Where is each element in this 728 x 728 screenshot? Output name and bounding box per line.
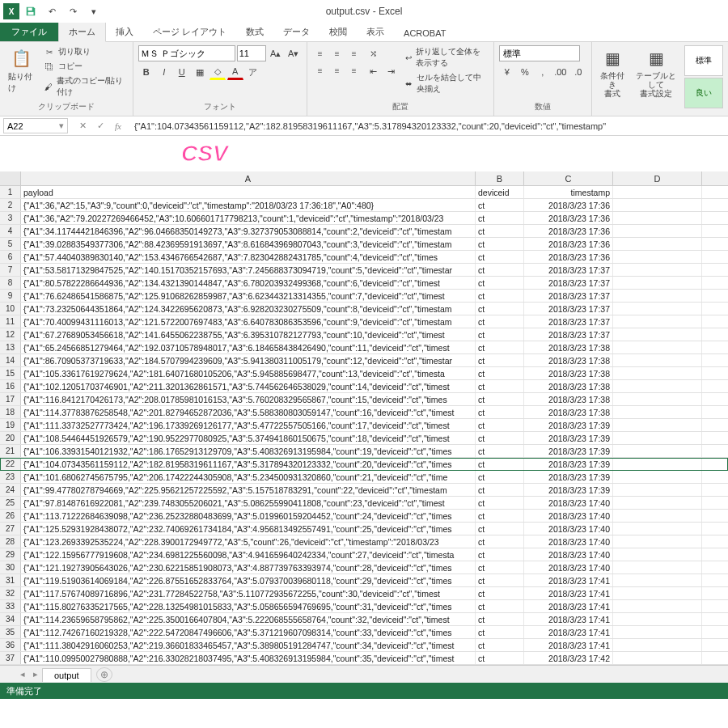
cell[interactable]: ct: [476, 445, 524, 457]
cell[interactable]: ct: [476, 380, 524, 392]
cell[interactable]: {"A1":122.15956777919608,"A2":234.698122…: [21, 548, 476, 561]
add-sheet-button[interactable]: ⊕: [96, 667, 112, 682]
tab-home[interactable]: ホーム: [58, 22, 106, 42]
table-row[interactable]: 23{"A1":101.68062745675795,"A2":206.1742…: [0, 471, 728, 484]
table-row[interactable]: 31{"A1":119.51903614069184,"A2":226.8755…: [0, 574, 728, 587]
table-row[interactable]: 28{"A1":123.2693392535224,"A2":228.39001…: [0, 535, 728, 548]
cancel-formula-button[interactable]: ✕: [74, 121, 91, 131]
format-painter-button[interactable]: 🖌書式のコピー/貼り付け: [42, 74, 128, 99]
cell[interactable]: ct: [476, 199, 524, 211]
align-left-button[interactable]: ≡: [312, 62, 328, 78]
font-name-select[interactable]: [138, 45, 235, 61]
row-header[interactable]: 7: [0, 264, 21, 276]
wrap-text-button[interactable]: ↩折り返して全体を表示する: [403, 45, 489, 70]
row-header[interactable]: 35: [0, 626, 21, 638]
formula-input[interactable]: {"A1":104.07343561159112,"A2":182.819583…: [129, 120, 728, 133]
cell[interactable]: {"A1":106.33931540121932,"A2":186.176529…: [21, 445, 476, 457]
row-header[interactable]: 21: [0, 445, 21, 457]
increase-font-button[interactable]: A▴: [268, 45, 284, 61]
cell[interactable]: ct: [476, 471, 524, 483]
row-header[interactable]: 20: [0, 432, 21, 444]
cell[interactable]: 2018/3/23 17:39: [524, 458, 613, 470]
cell[interactable]: 2018/3/23 17:40: [524, 548, 613, 561]
cell[interactable]: {"A1":119.51903614069184,"A2":226.875516…: [21, 574, 476, 586]
cell[interactable]: {"A1":36,"A2":79.20227269466452,"A3":10.…: [21, 212, 476, 224]
cell[interactable]: ct: [476, 535, 524, 548]
cell[interactable]: {"A1":39.02883549377306,"A2":88.42369591…: [21, 238, 476, 250]
decrease-indent-button[interactable]: ⇤: [366, 63, 382, 79]
cell[interactable]: {"A1":111.38042916060253,"A2":219.366018…: [21, 639, 476, 651]
table-row[interactable]: 22{"A1":104.07343561159112,"A2":182.8195…: [0, 458, 728, 471]
table-row[interactable]: 21{"A1":106.33931540121932,"A2":186.1765…: [0, 445, 728, 458]
cell[interactable]: 2018/3/23 17:40: [524, 510, 613, 522]
cell[interactable]: 2018/3/23 17:37: [524, 303, 613, 315]
cell[interactable]: [613, 484, 702, 496]
row-header[interactable]: 29: [0, 548, 21, 561]
row-header[interactable]: 31: [0, 574, 21, 586]
italic-button[interactable]: I: [156, 64, 172, 80]
cell[interactable]: ct: [476, 393, 524, 405]
row-header[interactable]: 30: [0, 561, 21, 574]
spreadsheet-grid[interactable]: A B C D 1payloaddeviceidtimestamp2{"A1":…: [0, 171, 728, 665]
table-row[interactable]: 36{"A1":111.38042916060253,"A2":219.3660…: [0, 639, 728, 652]
cell[interactable]: {"A1":34.11744421846396,"A2":96.04668350…: [21, 225, 476, 237]
cell[interactable]: [613, 445, 702, 457]
cell-style-normal[interactable]: 標準: [684, 45, 723, 76]
cell[interactable]: {"A1":114.37783876258548,"A2":201.827946…: [21, 406, 476, 418]
cell[interactable]: [613, 367, 702, 379]
table-row[interactable]: 16{"A1":102.12051703746901,"A2":211.3201…: [0, 380, 728, 393]
cell[interactable]: 2018/3/23 17:41: [524, 574, 613, 586]
cell[interactable]: ct: [476, 523, 524, 535]
table-row[interactable]: 30{"A1":121.19273905643026,"A2":230.6221…: [0, 561, 728, 574]
cell[interactable]: [613, 561, 702, 574]
sheet-tab-output[interactable]: output: [42, 668, 91, 682]
merge-center-button[interactable]: ⬌セルを結合して中央揃え: [403, 71, 489, 95]
cell[interactable]: ct: [476, 432, 524, 444]
cell[interactable]: 2018/3/23 17:39: [524, 445, 613, 457]
save-button[interactable]: [21, 2, 40, 21]
cell[interactable]: ct: [476, 510, 524, 522]
cell[interactable]: payload: [21, 186, 476, 198]
table-row[interactable]: 35{"A1":112.74267160219328,"A2":222.5472…: [0, 626, 728, 639]
cell[interactable]: ct: [476, 639, 524, 651]
cell[interactable]: [613, 458, 702, 470]
cell[interactable]: ct: [476, 406, 524, 418]
cell[interactable]: [613, 380, 702, 392]
cell[interactable]: [613, 626, 702, 638]
cell[interactable]: {"A1":110.09950027980888,"A2":216.330282…: [21, 652, 476, 664]
cell[interactable]: [613, 199, 702, 211]
row-header[interactable]: 37: [0, 652, 21, 664]
redo-button[interactable]: ↷: [63, 2, 83, 21]
cell[interactable]: {"A1":102.12051703746901,"A2":211.320136…: [21, 380, 476, 392]
currency-button[interactable]: ¥: [499, 64, 515, 80]
cell[interactable]: {"A1":80.57822286644936,"A2":134.4321390…: [21, 277, 476, 289]
align-bottom-button[interactable]: ≡: [346, 45, 362, 61]
tab-file[interactable]: ファイル: [0, 23, 58, 41]
table-row[interactable]: 1payloaddeviceidtimestamp: [0, 186, 728, 199]
col-header-D[interactable]: D: [613, 171, 702, 185]
table-row[interactable]: 19{"A1":111.33732527773424,"A2":196.1733…: [0, 419, 728, 432]
cell[interactable]: ct: [476, 315, 524, 328]
align-middle-button[interactable]: ≡: [329, 45, 345, 61]
cell[interactable]: {"A1":104.07343561159112,"A2":182.819583…: [21, 458, 476, 470]
row-header[interactable]: 33: [0, 600, 21, 612]
cell[interactable]: ct: [476, 212, 524, 224]
cell[interactable]: 2018/3/23 17:41: [524, 639, 613, 651]
cell[interactable]: 2018/3/23 17:38: [524, 367, 613, 379]
row-header[interactable]: 5: [0, 238, 21, 250]
cell[interactable]: [613, 613, 702, 625]
table-row[interactable]: 25{"A1":97.81487616922081,"A2":239.74830…: [0, 497, 728, 510]
cell[interactable]: {"A1":114.23659658795862,"A2":225.350016…: [21, 613, 476, 625]
cell[interactable]: deviceid: [476, 186, 524, 198]
tab-insert[interactable]: 挿入: [106, 23, 143, 41]
col-header-B[interactable]: B: [476, 171, 524, 185]
orientation-button[interactable]: ⤭: [366, 45, 382, 61]
cell[interactable]: {"A1":65.24566851279464,"A2":192.0371057…: [21, 341, 476, 353]
cell[interactable]: ct: [476, 561, 524, 574]
tab-review[interactable]: 校閲: [320, 23, 357, 41]
row-header[interactable]: 4: [0, 225, 21, 237]
cell[interactable]: 2018/3/23 17:38: [524, 341, 613, 353]
cell[interactable]: 2018/3/23 17:40: [524, 535, 613, 548]
cell[interactable]: 2018/3/23 17:38: [524, 380, 613, 392]
row-header[interactable]: 25: [0, 497, 21, 509]
